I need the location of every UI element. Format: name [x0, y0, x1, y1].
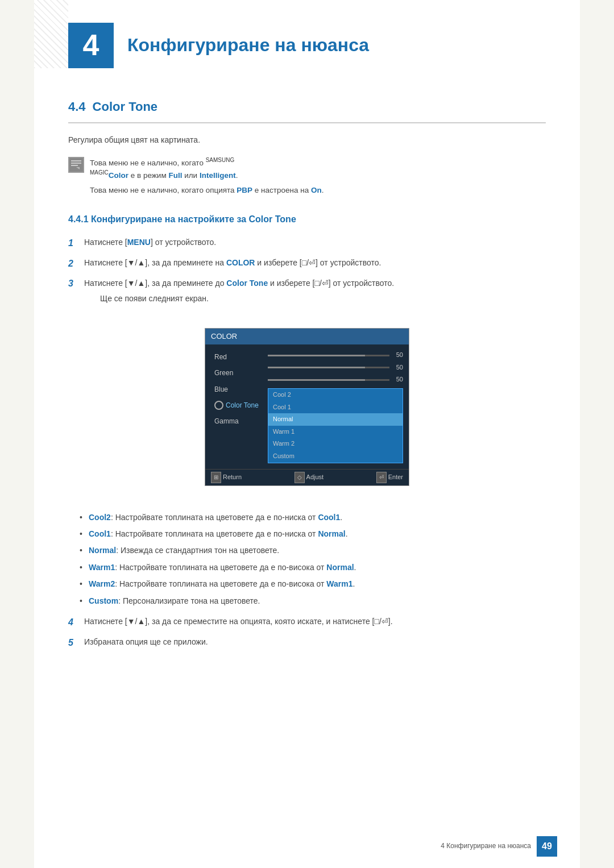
page-footer: 4 Конфигуриране на нюанса 49: [441, 836, 557, 857]
dropdown-custom[interactable]: Custom: [268, 450, 403, 463]
footer-adjust: ◇ Adjust: [294, 472, 324, 483]
note-line-1: Това меню не е налично, когато SAMSUNGMA…: [90, 156, 323, 182]
note-box: Това меню не е налично, когато SAMSUNGMA…: [68, 156, 546, 197]
step-sub-3: Ще се появи следният екран.: [100, 292, 394, 305]
menu-item-blue: Blue: [211, 383, 262, 397]
step-2: 2 Натиснете [▼/▲], за да преминете на CO…: [68, 256, 546, 271]
enter-label: Enter: [388, 472, 403, 483]
hatch-background: [34, 0, 68, 68]
monitor-right: 50 50 50 Cool 2 Cool 1 Normal: [268, 350, 403, 463]
section-title: Color Tone: [93, 97, 157, 117]
slider-value-red: 50: [393, 350, 403, 360]
return-label: Return: [223, 472, 242, 483]
slider-blue: 50: [268, 375, 403, 385]
svg-rect-3: [71, 165, 78, 166]
step-1: 1 Натиснете [MENU] от устройството.: [68, 236, 546, 251]
monitor-body: Red Green Blue Color Tone Gamma 50: [205, 344, 409, 468]
slider-red: 50: [268, 350, 403, 360]
menu-item-gamma: Gamma: [211, 414, 262, 429]
step-3: 3 Натиснете [▼/▲], за да преминете до Co…: [68, 276, 546, 305]
bullet-list: Cool2: Настройвате топлината на цветовет…: [80, 511, 546, 607]
slider-bar-green: [268, 367, 389, 368]
slider-bar-blue: [268, 379, 389, 381]
monitor-screenshot: COLOR Red Green Blue Color Tone Gamma: [205, 328, 409, 486]
menu-item-colortone: Color Tone: [211, 398, 262, 413]
svg-rect-1: [71, 160, 81, 161]
slider-value-blue: 50: [393, 375, 403, 385]
subsection-heading: 4.4.1 Конфигуриране на настройките за Co…: [68, 212, 546, 227]
return-icon: ⊞: [211, 472, 221, 483]
bullet-normal: Normal: Извежда се стандартния тон на цв…: [80, 544, 546, 556]
subsection-title: 4.4.1 Конфигуриране на настройките за Co…: [68, 214, 296, 224]
section-description: Регулира общия цвят на картината.: [68, 134, 546, 146]
footer-return: ⊞ Return: [211, 472, 242, 483]
note-icon: [68, 157, 84, 173]
note-lines: Това меню не е налично, когато SAMSUNGMA…: [90, 156, 323, 197]
bullet-cool2: Cool2: Настройвате топлината на цветовет…: [80, 511, 546, 524]
step-5: 5 Избраната опция ще се приложи.: [68, 636, 546, 650]
settings-icon: [214, 401, 223, 410]
bullet-cool1: Cool1: Настройвате топлината на цветовет…: [80, 528, 546, 540]
dropdown-cool2[interactable]: Cool 2: [268, 389, 403, 401]
slider-bar-red: [268, 355, 389, 356]
monitor-footer: ⊞ Return ◇ Adjust ⏎ Enter: [205, 469, 409, 485]
bullet-warm1: Warm1: Настройвате топлината на цветовет…: [80, 561, 546, 574]
svg-rect-2: [71, 163, 81, 164]
dropdown-warm1[interactable]: Warm 1: [268, 426, 403, 438]
step-text-4: Натиснете [▼/▲], за да се преместите на …: [84, 615, 393, 628]
color-tone-dropdown[interactable]: Cool 2 Cool 1 Normal Warm 1 Warm 2 Custo…: [268, 388, 403, 463]
adjust-label: Adjust: [306, 472, 324, 483]
dropdown-normal[interactable]: Normal: [268, 413, 403, 426]
slider-value-green: 50: [393, 363, 403, 373]
slider-green: 50: [268, 363, 403, 373]
chapter-header: 4 Конфигуриране на нюанса: [68, 23, 546, 68]
chapter-title: Конфигуриране на нюанса: [127, 31, 369, 60]
dropdown-cool1[interactable]: Cool 1: [268, 401, 403, 414]
monitor-menu-left: Red Green Blue Color Tone Gamma: [211, 350, 262, 463]
monitor-title-bar: COLOR: [205, 329, 409, 345]
menu-item-red: Red: [211, 350, 262, 364]
page-wrapper: 4 Конфигуриране на нюанса 4.4 Color Tone…: [34, 0, 580, 868]
chapter-number: 4: [68, 23, 114, 68]
dropdown-warm2[interactable]: Warm 2: [268, 438, 403, 450]
enter-icon: ⏎: [376, 472, 387, 483]
menu-item-green: Green: [211, 366, 262, 380]
section-heading: 4.4 Color Tone: [68, 97, 546, 123]
bullet-warm2: Warm2: Настройвате топлината на цветовет…: [80, 578, 546, 590]
step-number-5: 5: [68, 636, 84, 650]
monitor-container: COLOR Red Green Blue Color Tone Gamma: [68, 317, 546, 497]
section-number: 4.4: [68, 97, 86, 117]
adjust-icon: ◇: [294, 472, 305, 483]
step-text-3: Натиснете [▼/▲], за да преминете до Colo…: [84, 279, 394, 288]
step-number-3: 3: [68, 276, 84, 291]
footer-page-number: 49: [537, 836, 557, 857]
step-number-2: 2: [68, 256, 84, 271]
step-number-1: 1: [68, 236, 84, 251]
step-4: 4 Натиснете [▼/▲], за да се преместите н…: [68, 615, 546, 630]
footer-chapter-label: 4 Конфигуриране на нюанса: [441, 841, 531, 852]
step-text-2: Натиснете [▼/▲], за да преминете на COLO…: [84, 256, 381, 269]
step-text-1: Натиснете [MENU] от устройството.: [84, 236, 216, 248]
note-line-2: Това меню не е налично, когато опцията P…: [90, 185, 323, 196]
step-number-4: 4: [68, 615, 84, 630]
note-icon-svg: [68, 157, 84, 173]
bullet-custom: Custom: Персонализирате тона на цветовет…: [80, 595, 546, 607]
footer-enter: ⏎ Enter: [376, 472, 403, 483]
step-text-5: Избраната опция ще се приложи.: [84, 636, 208, 648]
